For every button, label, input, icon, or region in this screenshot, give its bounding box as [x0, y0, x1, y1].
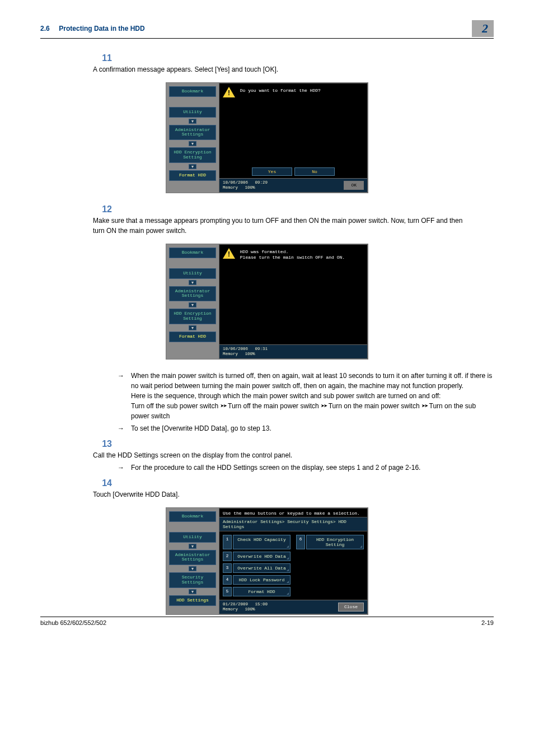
status-date: 10/06/2006: [223, 347, 248, 351]
step-number: 11: [93, 53, 112, 63]
status-date: 01/28/2009: [223, 602, 248, 606]
sidebar-item-admin-settings[interactable]: Administrator Settings: [169, 550, 216, 566]
ok-button[interactable]: OK: [344, 181, 364, 190]
panel2-main: ! HDD was formatted. Please turn the mai…: [219, 245, 367, 344]
sidebar-item-security-settings[interactable]: Security Settings: [169, 572, 216, 588]
option-overwrite-hdd-data[interactable]: 2 Overwrite HDD Data: [223, 552, 291, 561]
arrow-right-icon: →: [118, 423, 127, 433]
option-number: 1: [223, 535, 232, 549]
status-time: 15:00: [255, 602, 268, 606]
arrow-down-icon: ▼: [189, 589, 196, 594]
chapter-number-badge: 2: [472, 20, 494, 37]
option-number: 6: [296, 535, 305, 549]
option-number: 2: [223, 552, 232, 561]
bullet-text: For the procedure to call the HDD Settin…: [131, 463, 494, 473]
status-memory-label: Memory: [223, 607, 238, 612]
step-12: 12 Make sure that a message appears prom…: [93, 204, 494, 236]
bullet-item: → To set the [Overwrite HDD Data], go to…: [118, 423, 494, 433]
status-memory-value: 100%: [245, 607, 255, 612]
sidebar-item-hdd-encryption[interactable]: HDD Encryption Setting: [169, 309, 216, 324]
arrow-down-icon: ▼: [189, 119, 196, 124]
arrow-right-icon: →: [118, 371, 127, 421]
section-title-text: Protecting Data in the HDD: [59, 25, 144, 32]
step-text: Touch [Overwrite HDD Data].: [93, 488, 474, 500]
panel2-sidebar: Bookmark Utility ▼ Administrator Setting…: [166, 244, 219, 359]
completion-message: HDD was formatted. Please turn the main …: [240, 248, 345, 260]
sidebar-item-utility[interactable]: Utility: [169, 268, 216, 279]
option-label: Overwrite All Data: [233, 563, 291, 573]
option-label: Format HDD: [233, 587, 291, 596]
bullet-item: → For the procedure to call the HDD Sett…: [118, 463, 494, 473]
step-number: 14: [93, 478, 112, 488]
step-12-bullets: → When the main power switch is turned o…: [93, 371, 494, 433]
sidebar-item-utility[interactable]: Utility: [169, 532, 216, 543]
panel3-instruction: Use the menu buttons or keypad to make a…: [219, 508, 367, 517]
screenshot-panel-1: Bookmark Utility ▼ Administrator Setting…: [40, 82, 494, 193]
bookmark-button[interactable]: Bookmark: [169, 86, 216, 97]
status-memory-label: Memory: [223, 352, 238, 356]
status-memory-value: 100%: [245, 352, 255, 356]
arrow-down-icon: ▼: [189, 302, 196, 307]
no-button[interactable]: No: [294, 167, 335, 176]
warning-icon: !: [223, 87, 235, 98]
bullet-item: → When the main power switch is turned o…: [118, 371, 494, 421]
document-footer: bizhub 652/602/552/502 2-19: [40, 617, 494, 626]
option-hdd-encryption-setting[interactable]: 6 HDD Encryption Setting: [296, 535, 364, 549]
option-overwrite-all-data[interactable]: 3 Overwrite All Data: [223, 563, 291, 573]
sidebar-item-format-hdd[interactable]: Format HDD: [169, 332, 216, 342]
step-number: 12: [93, 204, 112, 214]
option-label: HDD Lock Password: [233, 575, 291, 585]
section-title: 2.6 Protecting Data in the HDD: [40, 25, 145, 32]
status-memory-value: 100%: [245, 185, 255, 190]
footer-page-number: 2-19: [481, 619, 494, 626]
status-time: 09:31: [255, 347, 268, 351]
option-number: 3: [223, 563, 232, 573]
bullet-text: To set the [Overwrite HDD Data], go to s…: [131, 423, 494, 433]
panel1-main: ! Do you want to format the HDD?: [219, 83, 367, 167]
panel2-status-bar: 10/06/2006 09:31 Memory 100%: [219, 344, 367, 358]
panel3-breadcrumb: Administrator Settings> Security Setting…: [219, 517, 367, 531]
option-format-hdd[interactable]: 5 Format HDD: [223, 587, 291, 596]
panel3-status-bar: 01/28/2009 15:00 Memory 100% Close: [219, 600, 367, 614]
section-number: 2.6: [40, 25, 50, 32]
status-date: 10/06/2006: [223, 180, 248, 185]
footer-left: bizhub 652/602/552/502: [40, 619, 106, 626]
sidebar-item-format-hdd[interactable]: Format HDD: [169, 170, 216, 181]
sidebar-item-hdd-encryption[interactable]: HDD Encryption Setting: [169, 147, 216, 163]
step-text: A confirmation message appears. Select […: [93, 63, 474, 74]
screenshot-panel-2: Bookmark Utility ▼ Administrator Setting…: [40, 244, 494, 360]
step-text: Make sure that a message appears prompti…: [93, 214, 474, 236]
sidebar-item-utility[interactable]: Utility: [169, 107, 216, 118]
panel3-sidebar: Bookmark Utility ▼ Administrator Setting…: [166, 508, 219, 614]
confirmation-message: Do you want to format the HDD?: [240, 87, 321, 94]
option-hdd-lock-password[interactable]: 4 HDD Lock Password: [223, 575, 291, 585]
arrow-down-icon: ▼: [189, 164, 196, 169]
status-time: 09:29: [255, 180, 268, 185]
arrow-down-icon: ▼: [189, 566, 196, 571]
sidebar-item-admin-settings[interactable]: Administrator Settings: [169, 286, 216, 302]
step-13: 13 Call the HDD Settings screen on the d…: [93, 439, 494, 473]
sidebar-item-admin-settings[interactable]: Administrator Settings: [169, 125, 216, 141]
document-header: 2.6 Protecting Data in the HDD 2: [40, 20, 494, 39]
arrow-down-icon: ▼: [189, 544, 196, 549]
step-number: 13: [93, 439, 112, 449]
arrow-down-icon: ▼: [189, 280, 196, 285]
option-check-hdd-capacity[interactable]: 1 Check HDD Capacity: [223, 535, 291, 549]
option-label: HDD Encryption Setting: [306, 535, 364, 549]
yes-button[interactable]: Yes: [252, 167, 292, 176]
screenshot-panel-3: Bookmark Utility ▼ Administrator Setting…: [40, 507, 494, 615]
option-label: Overwrite HDD Data: [233, 552, 291, 561]
bookmark-button[interactable]: Bookmark: [169, 248, 216, 258]
bullet-text: When the main power switch is turned off…: [131, 371, 494, 421]
warning-icon: !: [223, 248, 235, 259]
status-memory-label: Memory: [223, 185, 238, 190]
step-text: Call the HDD Settings screen on the disp…: [93, 449, 474, 460]
panel1-sidebar: Bookmark Utility ▼ Administrator Setting…: [166, 83, 219, 193]
option-label: Check HDD Capacity: [233, 535, 291, 549]
arrow-right-icon: →: [118, 463, 127, 473]
bookmark-button[interactable]: Bookmark: [169, 511, 216, 522]
arrow-down-icon: ▼: [189, 325, 196, 330]
sidebar-item-hdd-settings[interactable]: HDD Settings: [169, 595, 216, 606]
option-number: 5: [223, 587, 232, 596]
close-button[interactable]: Close: [338, 603, 364, 612]
